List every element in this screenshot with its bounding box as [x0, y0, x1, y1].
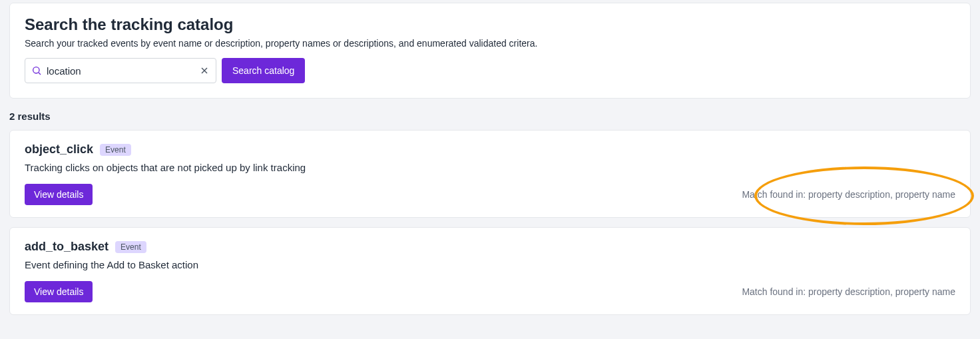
view-details-button[interactable]: View details [25, 281, 93, 302]
svg-line-1 [39, 73, 41, 75]
clear-icon[interactable] [198, 65, 210, 77]
search-icon [31, 65, 43, 77]
search-row: Search catalog [25, 58, 955, 83]
result-name: add_to_basket [25, 240, 109, 254]
event-badge: Event [100, 144, 131, 156]
search-box[interactable] [25, 58, 216, 83]
result-description: Tracking clicks on objects that are not … [25, 162, 955, 173]
svg-point-0 [33, 67, 39, 73]
result-name: object_click [25, 143, 93, 157]
view-details-button[interactable]: View details [25, 184, 93, 205]
result-card: add_to_basket Event Event defining the A… [9, 227, 971, 315]
result-head: add_to_basket Event [25, 240, 955, 254]
search-subtitle: Search your tracked events by event name… [25, 38, 955, 49]
match-found-text: Match found in: property description, pr… [742, 286, 955, 297]
search-panel: Search the tracking catalog Search your … [9, 3, 971, 99]
result-description: Event defining the Add to Basket action [25, 259, 955, 270]
result-card: object_click Event Tracking clicks on ob… [9, 130, 971, 218]
search-input[interactable] [43, 65, 198, 77]
result-footer: View details Match found in: property de… [25, 281, 955, 302]
event-badge: Event [115, 241, 146, 253]
result-head: object_click Event [25, 143, 955, 157]
result-footer: View details Match found in: property de… [25, 184, 955, 205]
search-title: Search the tracking catalog [25, 15, 955, 34]
results-count: 2 results [9, 111, 971, 122]
match-found-text: Match found in: property description, pr… [742, 189, 955, 200]
search-catalog-button[interactable]: Search catalog [222, 58, 305, 83]
